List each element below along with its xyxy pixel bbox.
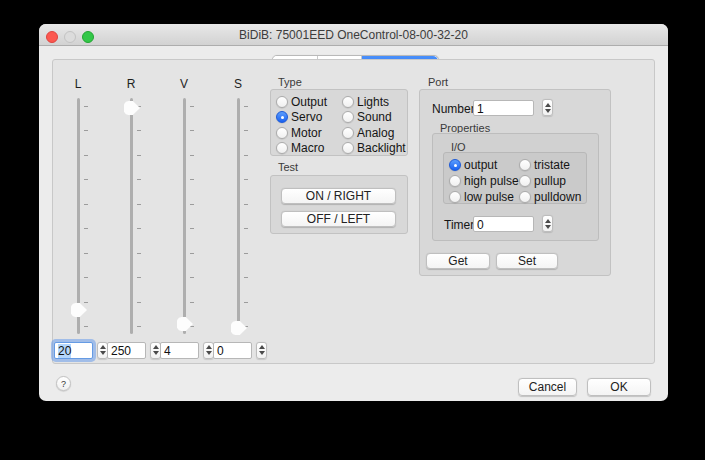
help-button[interactable]: ? <box>56 376 71 391</box>
stepper-up-icon <box>100 345 106 349</box>
radio-circle-icon <box>519 175 531 187</box>
radio-circle-icon <box>342 127 354 139</box>
slider-tick <box>84 130 88 131</box>
timer-field[interactable]: 0 <box>473 216 534 232</box>
radio-label: Analog <box>357 126 394 140</box>
radio-circle-icon <box>276 127 288 139</box>
get-button[interactable]: Get <box>426 253 490 269</box>
slider-thumb-r[interactable] <box>124 101 140 115</box>
stepper-down-icon <box>259 351 265 355</box>
field-text: 4 <box>164 344 171 358</box>
io-radio-tristate[interactable]: tristate <box>519 159 570 172</box>
slider-tick <box>244 179 248 180</box>
field-text: 250 <box>111 344 131 358</box>
stepper-up-icon <box>206 345 212 349</box>
type-radio-motor[interactable]: Motor <box>276 126 322 139</box>
slider-thumb-s[interactable] <box>231 321 247 335</box>
slider-tick <box>137 204 141 205</box>
slider-tick <box>244 277 248 278</box>
slider-tick <box>137 228 141 229</box>
slider-tick <box>137 302 141 303</box>
timer-label: Timer <box>444 218 474 232</box>
dialog-window: BiDiB: 75001EED OneControl-08-00-32-20 I… <box>39 24 668 401</box>
radio-label: Servo <box>291 110 322 124</box>
type-radio-lights[interactable]: Lights <box>342 95 389 108</box>
radio-label: Backlight <box>357 141 406 155</box>
slider-tick <box>137 179 141 180</box>
type-radio-sound[interactable]: Sound <box>342 111 392 124</box>
slider-tick <box>190 228 194 229</box>
field-text: 0 <box>217 344 224 358</box>
stepper-up-icon <box>259 345 265 349</box>
stepper-down-icon <box>100 351 106 355</box>
slider-value-field-s[interactable]: 0 <box>213 342 252 359</box>
slider-tick <box>190 106 194 107</box>
slider-thumb-l[interactable] <box>71 303 87 317</box>
port-number-label: Number <box>432 102 475 116</box>
radio-label: Output <box>291 95 327 109</box>
radio-label: pulldown <box>534 190 581 204</box>
ok-button[interactable]: OK <box>587 378 651 396</box>
slider-label-l: L <box>63 77 93 91</box>
test-on-right-button[interactable]: ON / RIGHT <box>281 188 396 204</box>
slider-tick <box>84 302 88 303</box>
field-text: 20 <box>58 344 71 358</box>
slider-spin-group-s: 0 <box>213 341 267 359</box>
slider-tick <box>244 253 248 254</box>
radio-circle-icon <box>519 159 531 171</box>
port-number-field[interactable]: 1 <box>473 100 534 116</box>
radio-label: Lights <box>357 95 389 109</box>
slider-track-r[interactable] <box>130 98 133 334</box>
slider-tick <box>84 326 88 327</box>
radio-label: Macro <box>291 141 324 155</box>
slider-spin-group-l: 20 <box>54 341 108 359</box>
slider-track-s[interactable] <box>237 98 240 334</box>
timer-stepper[interactable] <box>542 215 553 232</box>
panel-content: L20R250V4S0 Type Test ON / RIGHT OFF / L… <box>53 60 654 363</box>
slider-tick <box>84 179 88 180</box>
slider-tick <box>137 326 141 327</box>
stepper-down-icon <box>545 109 551 113</box>
slider-track-v[interactable] <box>183 98 186 334</box>
cancel-button[interactable]: Cancel <box>518 378 577 396</box>
slider-track-l[interactable] <box>77 98 80 334</box>
radio-circle-icon <box>449 175 461 187</box>
io-radio-high-pulse[interactable]: high pulse <box>449 175 519 188</box>
port-group-label: Port <box>428 76 448 88</box>
slider-tick <box>190 130 194 131</box>
radio-label: pullup <box>534 174 566 188</box>
stepper-down-icon <box>206 351 212 355</box>
slider-thumb-v[interactable] <box>177 317 193 331</box>
slider-tick <box>190 179 194 180</box>
port-setup-panel: L20R250V4S0 Type Test ON / RIGHT OFF / L… <box>52 59 655 364</box>
type-radio-backlight[interactable]: Backlight <box>342 142 406 155</box>
radio-circle-icon <box>519 191 531 203</box>
slider-tick <box>84 253 88 254</box>
slider-tick <box>84 204 88 205</box>
stepper-up-icon <box>153 345 159 349</box>
type-radio-servo[interactable]: Servo <box>276 111 322 124</box>
slider-tick <box>84 277 88 278</box>
slider-tick <box>137 130 141 131</box>
stepper-down-icon <box>153 351 159 355</box>
slider-tick <box>190 302 194 303</box>
slider-label-r: R <box>116 77 146 91</box>
slider-value-field-v[interactable]: 4 <box>160 342 199 359</box>
io-radio-output[interactable]: output <box>449 159 497 172</box>
title-bar: BiDiB: 75001EED OneControl-08-00-32-20 <box>39 24 668 46</box>
slider-tick <box>244 228 248 229</box>
type-radio-macro[interactable]: Macro <box>276 142 324 155</box>
type-radio-output[interactable]: Output <box>276 95 327 108</box>
io-radio-low-pulse[interactable]: low pulse <box>449 191 514 204</box>
io-radio-pullup[interactable]: pullup <box>519 175 566 188</box>
slider-stepper-s[interactable] <box>256 342 267 359</box>
port-number-stepper[interactable] <box>542 99 553 116</box>
slider-value-field-l[interactable]: 20 <box>54 342 93 359</box>
slider-value-field-r[interactable]: 250 <box>107 342 146 359</box>
type-radio-analog[interactable]: Analog <box>342 126 394 139</box>
set-button[interactable]: Set <box>496 253 558 269</box>
slider-spin-group-v: 4 <box>160 341 214 359</box>
test-off-left-button[interactable]: OFF / LEFT <box>281 211 396 227</box>
io-radio-pulldown[interactable]: pulldown <box>519 191 581 204</box>
radio-label: tristate <box>534 158 570 172</box>
